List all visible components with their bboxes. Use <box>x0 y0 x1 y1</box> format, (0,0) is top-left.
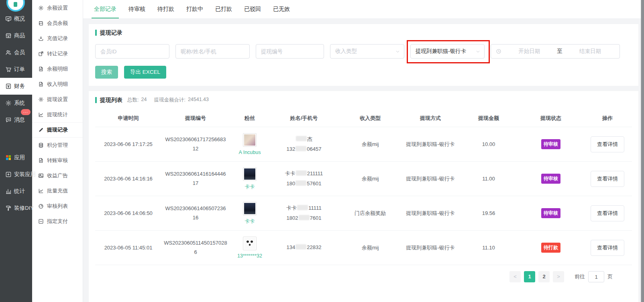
withdraw-method: 提现到兼职猫-银行卡 <box>402 141 459 148</box>
nav-item-label: 装修DIY <box>14 205 34 212</box>
submenu-item-withdraw-records[interactable]: 提现记录 <box>32 122 83 138</box>
withdraw-no-input[interactable] <box>256 44 324 59</box>
fan-nickname[interactable]: A Incubus <box>230 150 270 155</box>
submenu-item-recharge-records[interactable]: 充值记录 <box>32 31 83 46</box>
redacted-block <box>296 136 307 141</box>
nav-item-label: 安装应用 <box>14 171 36 178</box>
submenu-item-revenue-ads[interactable]: 收益广告 <box>32 168 83 183</box>
chevron-down-icon <box>475 49 481 54</box>
submenu-item-label: 会员余额 <box>47 20 68 27</box>
fan-nickname[interactable]: 13*******32 <box>230 253 270 259</box>
redacted-block <box>296 146 306 151</box>
gear-icon <box>38 97 44 102</box>
nav-item-label: 会员 <box>14 49 25 56</box>
tab-pending-review[interactable]: 待审核 <box>126 6 148 18</box>
nav-item-label: 财务 <box>14 83 25 90</box>
submenu-item-label: 审核列表 <box>47 203 68 210</box>
nav-item-label: 应用 <box>14 154 25 161</box>
submenu-item-label: 余额设置 <box>47 4 68 12</box>
nav-item-stats[interactable]: 统计 <box>0 183 32 200</box>
date-range-picker[interactable]: 开始日期 至 结束日期 <box>491 44 620 59</box>
submenu-item-withdraw-settings[interactable]: 提现设置 <box>32 92 83 107</box>
vertical-scrollbar[interactable] <box>641 0 644 302</box>
doc-icon <box>38 66 44 72</box>
primary-sidebar: 概况 商品 会员 订单 财务 系统 消息 ... 应用 安装应用 统计 装修DI… <box>0 0 32 302</box>
column-header: 粉丝 <box>230 115 270 122</box>
fan-cell: 卡卡 <box>230 202 270 225</box>
income-type-select[interactable]: 收入类型 <box>330 44 404 59</box>
nav-item-goods[interactable]: 商品 <box>0 27 32 44</box>
withdraw-no: WS20230606171725668312 <box>164 135 227 153</box>
search-button[interactable]: 搜索 <box>95 66 118 79</box>
submenu-item-transfer-records[interactable]: 转让记录 <box>32 46 83 61</box>
tab-all[interactable]: 全部记录 <box>92 6 119 18</box>
next-page-button[interactable]: > <box>553 271 564 282</box>
fan-nickname[interactable]: 卡卡 <box>230 184 270 191</box>
submenu-item-points-management[interactable]: 积分管理 <box>32 138 83 153</box>
page-button-2[interactable]: 2 <box>538 271 550 282</box>
nav-item-finance[interactable]: 财务 <box>0 78 32 95</box>
install-icon <box>5 171 12 178</box>
view-details-button[interactable]: 查看详情 <box>591 136 624 152</box>
member-id-input[interactable] <box>95 44 169 59</box>
submenu-item-review-list[interactable]: 审核列表 <box>32 199 83 214</box>
submenu-item-batch-recharge[interactable]: 批量充值 <box>32 183 83 199</box>
tab-rejected[interactable]: 已驳回 <box>242 6 263 18</box>
withdraw-method-select[interactable]: 提现到兼职猫-银行卡 <box>410 44 485 59</box>
submenu-item-withdraw-stats[interactable]: 提现统计 <box>32 107 83 122</box>
page-button-1[interactable]: 1 <box>524 271 535 282</box>
nav-item-overview[interactable]: 概况 <box>0 10 32 27</box>
finance-submenu: 余额设置 会员余额 充值记录 转让记录 余额明细 收入明细 提现设置 提现统计 … <box>32 0 83 302</box>
nav-item-messages[interactable]: 消息 ... <box>0 111 32 128</box>
nav-item-orders[interactable]: 订单 <box>0 61 32 78</box>
submenu-item-label: 转让记录 <box>47 50 68 57</box>
submenu-item-label: 积分管理 <box>47 142 68 149</box>
redacted-block <box>299 215 310 220</box>
view-details-button[interactable]: 查看详情 <box>591 171 624 187</box>
nav-item-install-apps[interactable]: 安装应用 <box>0 166 32 183</box>
income-type: 余额mij <box>338 244 402 251</box>
export-excel-button[interactable]: 导出 EXCEL <box>124 66 166 79</box>
submenu-item-balance-settings[interactable]: 余额设置 <box>32 0 83 16</box>
submenu-item-label: 收入明细 <box>47 81 68 88</box>
page-unit-label: 页 <box>607 273 613 280</box>
tab-invalid[interactable]: 已无效 <box>271 6 292 18</box>
status-badge: 待审核 <box>541 139 560 149</box>
fan-nickname[interactable]: 卡卡 <box>230 218 270 225</box>
message-badge: ... <box>21 109 31 115</box>
income-type: 门店余额奖励 <box>338 210 402 217</box>
fan-cell: 卡卡 <box>230 167 270 191</box>
submenu-item-income-details[interactable]: 收入明细 <box>32 77 83 92</box>
apps-icon <box>5 154 12 161</box>
column-header: 提现编号 <box>161 115 230 122</box>
cart-icon <box>5 66 12 73</box>
monitor-icon <box>5 16 12 22</box>
fan-cell: A Incubus <box>230 133 270 155</box>
column-header: 提现方式 <box>402 115 459 122</box>
withdraw-list-card: 提现列表 总数: 24 提现金额合计: 24541.43 申请时间提现编号粉丝姓… <box>89 91 638 302</box>
tab-paid[interactable]: 已打款 <box>213 6 234 18</box>
submenu-item-member-balance[interactable]: 会员余额 <box>32 16 83 31</box>
view-details-button[interactable]: 查看详情 <box>591 240 624 256</box>
submenu-item-transfer-review[interactable]: 转账审核 <box>32 153 83 168</box>
submenu-item-balance-details[interactable]: 余额明细 <box>32 61 83 77</box>
nav-item-decorate-diy[interactable]: 装修DIY <box>0 200 32 217</box>
shop-icon <box>5 32 12 39</box>
prev-page-button[interactable]: < <box>509 271 521 282</box>
tab-paying[interactable]: 打款中 <box>184 6 206 18</box>
submenu-item-label: 提现记录 <box>47 126 68 134</box>
submenu-item-designated-payment[interactable]: 指定支付 <box>32 214 83 229</box>
goto-page-input[interactable] <box>588 271 604 282</box>
withdraw-amount: 19.56 <box>459 210 519 216</box>
tab-pending-pay[interactable]: 待打款 <box>155 6 177 18</box>
nav-item-members[interactable]: 会员 <box>0 44 32 61</box>
clock-icon <box>496 49 501 54</box>
app-logo-avatar[interactable] <box>6 0 25 12</box>
nickname-input[interactable] <box>175 44 250 59</box>
nav-item-apps[interactable]: 应用 <box>0 149 32 166</box>
withdraw-method-value: 提现到兼职猫-银行卡 <box>416 48 466 55</box>
users-icon <box>5 49 12 56</box>
view-details-button[interactable]: 查看详情 <box>591 205 624 221</box>
customer-cell: 卡卡211111 18057601 <box>270 169 338 188</box>
withdraw-no: WS20230605114501570286 <box>164 239 227 256</box>
